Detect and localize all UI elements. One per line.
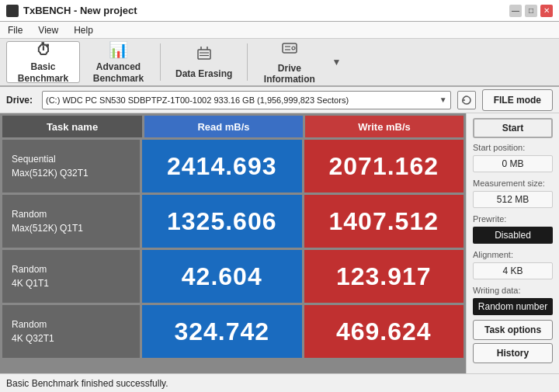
drive-row-right: FILE mode [482,89,553,111]
svg-point-6 [292,47,295,50]
measurement-size-value: 512 MB [473,191,553,208]
drive-select[interactable]: (C:) WDC PC SN530 SDBPTPZ-1T00-1002 933.… [42,91,451,109]
task-cell-2: Random 4K Q1T1 [2,250,140,303]
measurement-size-label: Measurement size: [473,179,553,188]
svg-rect-0 [198,50,210,59]
table-row: Random Max(512K) Q1T1 1325.606 1407.512 [2,195,464,248]
column-read: Read mB/s [144,116,303,137]
toolbar-separator-2 [247,43,248,81]
status-text: Basic Benchmark finished successfully. [6,378,168,389]
table-row: Random 4K Q1T1 42.604 123.917 [2,250,464,303]
read-cell-2: 42.604 [142,250,302,303]
status-bar: Basic Benchmark finished successfully. [0,373,559,392]
drive-label: Drive: [6,95,36,106]
minimize-button[interactable]: — [509,5,522,17]
main-content: Task name Read mB/s Write mB/s Sequentia… [0,113,559,373]
write-cell-0: 2071.162 [304,140,464,193]
maximize-button[interactable]: □ [525,5,537,17]
toolbar-separator-1 [160,43,161,81]
task-name-1: Random Max(512K) Q1T1 [12,207,83,235]
data-erasing-icon [196,45,213,66]
task-cell-1: Random Max(512K) Q1T1 [2,195,140,248]
menu-bar: File View Help [0,22,559,39]
write-cell-1: 1407.512 [304,195,464,248]
close-button[interactable]: ✕ [540,5,553,17]
toolbar-advanced-benchmark[interactable]: 📊 Advanced Benchmark [82,41,155,83]
write-cell-3: 469.624 [304,305,464,358]
drive-select-arrow-icon: ▼ [439,95,447,104]
title-bar: TxBENCH - New project — □ ✕ [0,0,559,22]
table-row: Sequential Max(512K) Q32T1 2414.693 2071… [2,140,464,193]
task-name-0: Sequential Max(512K) Q32T1 [12,152,89,180]
task-cell-3: Random 4K Q32T1 [2,305,140,358]
read-cell-0: 2414.693 [142,140,302,193]
task-name-3: Random 4K Q32T1 [12,317,54,345]
table-row: Random 4K Q32T1 324.742 469.624 [2,305,464,358]
drive-row: Drive: (C:) WDC PC SN530 SDBPTPZ-1T00-10… [0,87,559,113]
task-name-2: Random 4K Q1T1 [12,262,49,290]
start-position-label: Start position: [473,143,553,152]
file-mode-button[interactable]: FILE mode [482,89,553,111]
write-cell-2: 123.917 [304,250,464,303]
writing-data-label: Writing data: [473,286,553,295]
toolbar-drive-information[interactable]: Drive Information [252,41,326,83]
app-icon [6,5,19,17]
drive-refresh-button[interactable] [457,91,476,109]
history-button[interactable]: History [473,343,553,363]
task-cell-0: Sequential Max(512K) Q32T1 [2,140,140,193]
prewrite-label: Prewrite: [473,214,553,224]
read-cell-3: 324.742 [142,305,302,358]
data-erasing-label: Data Erasing [175,68,232,79]
task-options-button[interactable]: Task options [473,320,553,340]
toolbar: ⏱ Basic Benchmark 📊 Advanced Benchmark D… [0,39,559,87]
window-title: TxBENCH - New project [23,5,137,16]
drive-select-value: (C:) WDC PC SN530 SDBPTPZ-1T00-1002 933.… [46,95,439,105]
basic-benchmark-icon: ⏱ [36,40,51,59]
menu-help[interactable]: Help [71,24,96,36]
menu-view[interactable]: View [35,24,61,36]
toolbar-basic-benchmark[interactable]: ⏱ Basic Benchmark [6,41,80,83]
read-cell-1: 1325.606 [142,195,302,248]
alignment-value: 4 KB [473,262,553,279]
sidebar: Start Start position: 0 MB Measurement s… [466,113,559,373]
start-button[interactable]: Start [473,118,553,138]
basic-benchmark-label: Basic Benchmark [18,61,68,84]
table-header: Task name Read mB/s Write mB/s [2,116,464,137]
title-bar-controls: — □ ✕ [509,5,553,17]
svg-rect-5 [283,43,297,53]
column-task-name: Task name [2,116,142,137]
prewrite-value: Disabled [473,227,553,244]
title-bar-left: TxBENCH - New project [6,5,137,17]
column-write: Write mB/s [305,116,464,137]
start-position-value: 0 MB [473,155,553,172]
toolbar-dropdown[interactable]: ▼ [328,41,345,83]
results-area: Task name Read mB/s Write mB/s Sequentia… [0,113,466,373]
advanced-benchmark-icon: 📊 [109,40,128,59]
menu-file[interactable]: File [5,24,26,36]
toolbar-data-erasing[interactable]: Data Erasing [165,41,242,83]
advanced-benchmark-label: Advanced Benchmark [93,61,144,84]
writing-data-value: Random number [473,298,553,315]
alignment-label: Alignment: [473,250,553,259]
drive-information-icon [281,40,298,61]
drive-information-label: Drive Information [264,63,315,85]
